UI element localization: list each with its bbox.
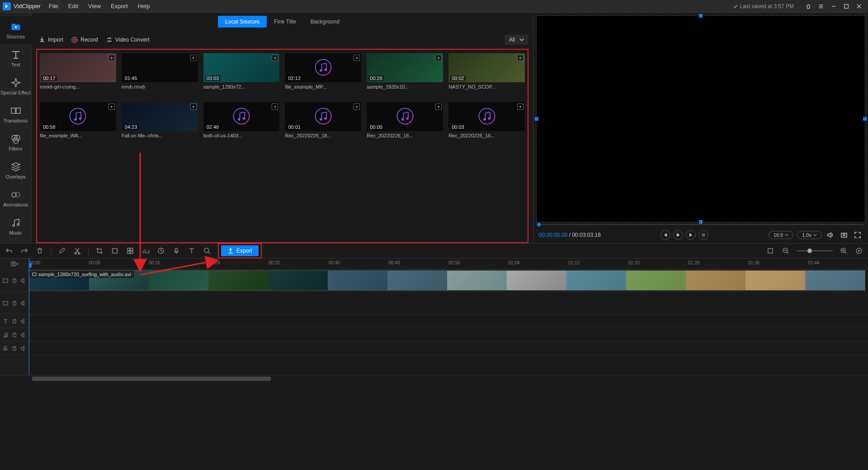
sidebar-item-sources[interactable]: Sources [0,16,32,44]
video-track[interactable]: sample_1280x720_surfing_with_audio.avi [29,269,868,292]
media-item[interactable]: +00:01Rec_20220226_18... [285,102,361,147]
add-to-timeline-button[interactable]: + [435,103,442,110]
delete-button[interactable] [35,246,44,255]
media-item[interactable]: +00:28sample_1920x10... [367,53,443,99]
minimize-icon[interactable] [827,2,840,11]
voiceover-button[interactable] [172,246,181,255]
media-item[interactable]: +02:48both-of-us-1403... [203,102,280,147]
duration-button[interactable] [156,246,165,255]
media-item[interactable]: +00:03Rec_20220226_18... [448,102,525,147]
media-thumbnail[interactable]: +04:23 [122,102,198,131]
marker-button[interactable] [766,246,775,255]
video-convert-button[interactable]: Video Convert [106,37,150,43]
prev-frame-button[interactable] [660,230,670,240]
media-thumbnail[interactable]: +00:03 [448,102,525,131]
menu-view[interactable]: View [88,3,101,9]
stop-button[interactable] [698,230,708,240]
media-thumbnail[interactable]: +00:28 [367,53,443,82]
audio-track[interactable] [29,328,868,342]
tab-fine-title[interactable]: Fine Title [267,16,303,28]
sidebar-item-special-effect[interactable]: Special Effect [0,72,32,100]
play-button[interactable] [673,230,683,240]
home-icon[interactable] [802,2,815,11]
media-item[interactable]: +00:00Rec_20220226_18... [367,102,443,147]
sidebar-item-filters[interactable]: Filters [0,128,32,156]
menu-export[interactable]: Export [111,3,128,9]
split-button[interactable] [73,246,82,255]
tab-local-sources[interactable]: Local Sources [218,16,267,28]
add-to-timeline-button[interactable]: + [354,103,360,110]
text-track[interactable] [29,315,868,328]
menu-icon[interactable] [815,2,827,11]
media-thumbnail[interactable]: +02:48 [203,102,280,131]
undo-button[interactable] [5,246,14,255]
zoom-fit-button[interactable] [854,246,863,255]
resize-handle-right[interactable] [863,117,867,121]
aspect-ratio-select[interactable]: 16:9 [769,231,793,239]
add-to-timeline-button[interactable]: + [517,103,524,110]
next-frame-button[interactable] [686,230,696,240]
track-head-voice[interactable] [0,342,28,355]
menu-edit[interactable]: Edit [68,3,78,9]
add-to-timeline-button[interactable]: + [272,103,278,110]
edit-button[interactable] [57,246,66,255]
speed-select[interactable]: 1.0x [797,231,822,239]
media-item[interactable]: +00:17mixkit-girl-crying... [40,53,116,99]
sidebar-item-overlays[interactable]: Overlays [0,156,32,184]
fullscreen-icon[interactable] [853,230,863,240]
playhead[interactable] [29,258,29,375]
maximize-icon[interactable] [840,2,853,11]
media-thumbnail[interactable]: +03:03 [203,53,280,82]
zoom-slider[interactable] [797,250,833,251]
snapshot-icon[interactable] [839,230,849,240]
media-thumbnail[interactable]: +00:00 [367,102,443,131]
track-head-text[interactable] [0,315,28,328]
media-thumbnail[interactable]: +00:17 [40,53,116,82]
record-button[interactable]: Record [71,37,98,43]
timeline-ruler[interactable]: 00:0000:0800:1600:2400:3200:4000:4800:56… [29,258,868,269]
close-icon[interactable] [853,2,865,11]
add-to-timeline-button[interactable]: + [108,55,115,61]
filter-select[interactable]: All [505,35,528,45]
menu-help[interactable]: Help [138,3,150,9]
media-item[interactable]: +00:58file_example_WA... [40,102,116,147]
zoom-in-button[interactable] [839,246,848,255]
crop2-button[interactable] [110,246,119,255]
voice-track[interactable] [29,342,868,355]
media-item[interactable]: +03:03sample_1280x72... [203,53,280,99]
add-to-timeline-button[interactable]: + [108,103,115,110]
seek-knob[interactable] [537,223,541,226]
sidebar-item-animations[interactable]: Animations [0,184,32,212]
zoom-region-button[interactable] [203,246,212,255]
track-head-audio[interactable] [0,328,28,342]
add-to-timeline-button[interactable]: + [190,55,197,61]
add-to-timeline-button[interactable]: + [435,55,442,61]
resize-handle-top[interactable] [699,14,703,18]
add-to-timeline-button[interactable]: + [272,55,278,61]
track-head-video[interactable] [0,269,28,292]
text-button[interactable] [187,246,196,255]
video-clip[interactable]: sample_1280x720_surfing_with_audio.avi [29,270,865,291]
media-item[interactable]: +01:45rmvb.rmvb [122,53,198,99]
sidebar-item-transitions[interactable]: Transitions [0,100,32,128]
media-thumbnail[interactable]: +00:02 [448,53,525,82]
horizontal-scrollbar[interactable] [0,375,868,381]
media-thumbnail[interactable]: +01:45 [122,53,198,82]
mosaic-button[interactable] [126,246,135,255]
redo-button[interactable] [20,246,29,255]
add-to-timeline-button[interactable]: + [190,103,197,110]
import-button[interactable]: Import [39,37,63,43]
media-item[interactable]: +02:12file_example_MP... [285,53,361,99]
overlay-track[interactable] [29,292,868,315]
media-thumbnail[interactable]: +00:01 [285,102,361,131]
stats-button[interactable] [141,246,150,255]
resize-handle-left[interactable] [535,117,538,121]
media-thumbnail[interactable]: +00:58 [40,102,116,131]
tab-background[interactable]: Background [303,16,347,28]
media-item[interactable]: +04:23Fall on Me--chris... [122,102,198,147]
export-button[interactable]: Export [221,245,259,256]
sidebar-item-text[interactable]: Text [0,44,32,72]
menu-file[interactable]: File [49,3,58,9]
add-to-timeline-button[interactable]: + [517,55,524,61]
media-thumbnail[interactable]: +02:12 [285,53,361,82]
